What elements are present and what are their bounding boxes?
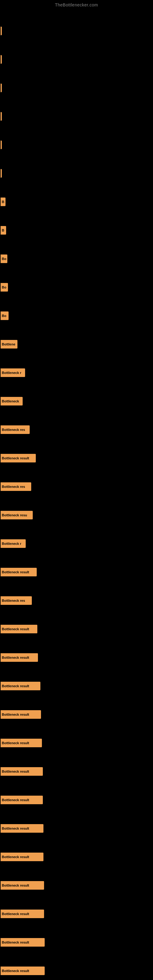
bar-row: Bottleneck result	[0, 767, 153, 776]
bar-label: Bottleneck result	[2, 627, 29, 631]
bar-row	[0, 140, 153, 149]
bar-label: Bottleneck result	[2, 684, 29, 688]
bar-row: Bottleneck result	[0, 795, 153, 804]
result-bar: Bottleneck result	[1, 910, 44, 918]
bar-row: Bottleneck result	[0, 710, 153, 719]
bar-row: B	[0, 226, 153, 235]
result-bar: Bottleneck res	[1, 596, 32, 605]
bar-row: B	[0, 197, 153, 206]
result-bar: Bottleneck r	[1, 368, 25, 377]
bar-label: Bo	[2, 285, 6, 289]
result-bar: Bottleneck result	[1, 824, 43, 833]
result-bar: Bo	[1, 312, 9, 320]
bar-row: Bottleneck result	[0, 739, 153, 747]
bar-row: Bottleneck res	[0, 596, 153, 605]
result-bar	[1, 112, 2, 121]
bar-label: Bottleneck r	[2, 542, 21, 546]
bar-label: B	[2, 229, 4, 232]
bar-row: Bo	[0, 283, 153, 291]
bar-label: Bottleneck result	[2, 912, 29, 916]
bar-label: Bottleneck result	[2, 969, 29, 973]
bar-row: Bottleneck res	[0, 425, 153, 434]
result-bar: Bo	[1, 283, 8, 291]
bar-label: Bottleneck result	[2, 827, 29, 830]
bar-row: Bottleneck result	[0, 938, 153, 947]
result-bar: B	[1, 197, 5, 206]
result-bar: Bottleneck result	[1, 881, 44, 890]
bar-label: Bottleneck result	[2, 940, 29, 944]
bar-label: Bottleneck result	[2, 883, 29, 887]
bar-row: Bottleneck r	[0, 539, 153, 548]
result-bar: Bottleneck res	[1, 425, 30, 434]
result-bar: Bottleneck result	[1, 795, 43, 804]
bar-label: Bottleneck resu	[2, 513, 27, 517]
bar-row: Bottleneck result	[0, 853, 153, 861]
result-bar: Bottlene	[1, 340, 18, 348]
result-bar: Bottleneck res	[1, 482, 31, 491]
result-bar: Bottleneck result	[1, 938, 45, 947]
bar-row: Bottleneck	[0, 397, 153, 406]
result-bar: Bottleneck result	[1, 967, 45, 975]
bar-row: Bottleneck result	[0, 653, 153, 662]
bar-label: Bottleneck result	[2, 741, 29, 745]
bar-label: Bo	[2, 257, 6, 261]
result-bar	[1, 84, 2, 92]
bar-row: Bottleneck result	[0, 682, 153, 690]
bar-row: Bottleneck result	[0, 967, 153, 975]
bar-row: Bo	[0, 255, 153, 263]
bar-label: Bottleneck result	[2, 770, 29, 773]
result-bar: Bottleneck result	[1, 710, 41, 719]
bar-label: Bottleneck result	[2, 855, 29, 859]
result-bar: Bottleneck r	[1, 539, 26, 548]
bar-label: Bottleneck result	[2, 570, 29, 574]
bar-row: Bottleneck r	[0, 368, 153, 377]
result-bar: Bottleneck result	[1, 625, 37, 633]
bar-row	[0, 84, 153, 92]
bar-row	[0, 27, 153, 35]
bar-label: Bottleneck result	[2, 656, 29, 659]
result-bar	[1, 27, 2, 35]
bar-label: Bo	[2, 314, 6, 318]
bar-row	[0, 112, 153, 121]
result-bar: Bottleneck	[1, 397, 22, 406]
bar-label: Bottleneck result	[2, 713, 29, 716]
result-bar: B	[1, 226, 6, 235]
result-bar: Bottleneck resu	[1, 511, 33, 519]
bar-label: Bottleneck res	[2, 485, 25, 488]
bar-row: Bottleneck result	[0, 881, 153, 890]
bar-label: Bottleneck	[2, 399, 19, 403]
bar-row: Bottleneck res	[0, 482, 153, 491]
bar-label: Bottleneck result	[2, 798, 29, 802]
bar-row: Bottlene	[0, 340, 153, 348]
result-bar: Bottleneck result	[1, 682, 40, 690]
bar-label: B	[2, 200, 4, 204]
result-bar: Bottleneck result	[1, 653, 38, 662]
result-bar: Bottleneck result	[1, 739, 42, 747]
bar-row	[0, 55, 153, 64]
result-bar	[1, 140, 2, 149]
bar-row: Bo	[0, 312, 153, 320]
bar-row: Bottleneck result	[0, 454, 153, 463]
result-bar: Bottleneck result	[1, 767, 43, 776]
bar-row: Bottleneck result	[0, 625, 153, 633]
bar-label: Bottleneck r	[2, 371, 21, 375]
result-bar: Bottleneck result	[1, 568, 37, 576]
bar-row: Bottleneck result	[0, 910, 153, 918]
result-bar: Bo	[1, 255, 7, 263]
bar-label: Bottleneck result	[2, 456, 29, 460]
result-bar: Bottleneck result	[1, 853, 43, 861]
bar-row: Bottleneck resu	[0, 511, 153, 519]
result-bar: Bottleneck result	[1, 454, 36, 463]
result-bar	[1, 169, 2, 178]
bar-label: Bottleneck res	[2, 428, 25, 431]
bar-label: Bottlene	[2, 342, 15, 346]
bar-row	[0, 169, 153, 178]
site-title: TheBottlenecker.com	[0, 0, 153, 9]
result-bar	[1, 55, 2, 64]
bar-row: Bottleneck result	[0, 824, 153, 833]
bar-row: Bottleneck result	[0, 568, 153, 576]
bar-label: Bottleneck res	[2, 599, 25, 602]
